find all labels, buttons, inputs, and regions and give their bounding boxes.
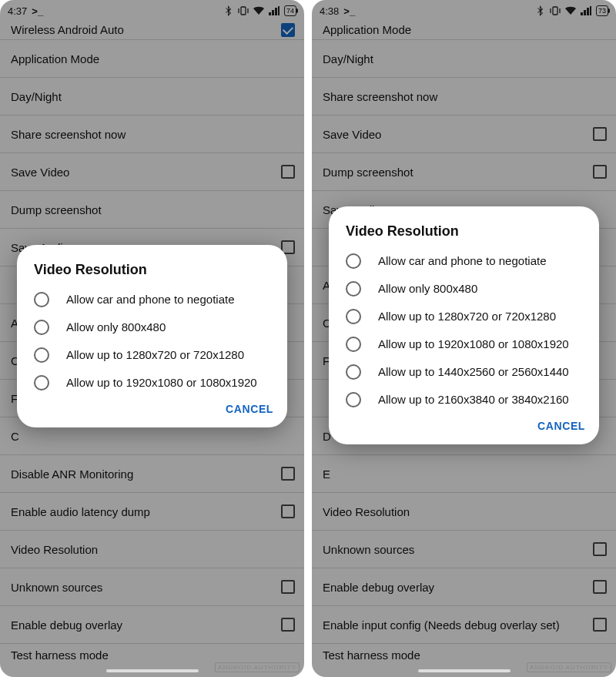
radio-icon xyxy=(34,375,49,390)
option-label: Allow up to 1280x720 or 720x1280 xyxy=(66,348,244,363)
option-label: Allow only 800x480 xyxy=(66,320,166,335)
option-label: Allow only 800x480 xyxy=(378,282,477,297)
settings-row[interactable]: Save Video xyxy=(312,116,616,153)
battery-icon: 74 xyxy=(284,5,296,16)
bluetooth-icon xyxy=(226,5,233,16)
resolution-option[interactable]: Allow car and phone to negotiate xyxy=(17,286,287,313)
row-label: Video Resolution xyxy=(323,505,410,518)
wifi-icon xyxy=(565,6,576,15)
status-prompt-icon: >_ xyxy=(32,5,43,17)
settings-row[interactable]: Unknown sources xyxy=(0,568,304,606)
status-time: 4:37 xyxy=(8,5,27,17)
row-label: Enable audio latency dump xyxy=(11,505,150,518)
settings-row[interactable]: Day/Night xyxy=(0,78,304,116)
settings-row[interactable]: Save Video xyxy=(0,153,304,191)
phone-left: 4:37 >_ 74 Wireless Android AutoApplicat… xyxy=(0,0,304,677)
settings-row[interactable]: Video Resolution xyxy=(0,531,304,568)
row-label: Test harness mode xyxy=(11,649,109,662)
status-bar: 4:38 >_ 73 xyxy=(312,0,616,22)
row-label: Unknown sources xyxy=(323,543,414,556)
radio-icon xyxy=(34,320,49,335)
row-label: Day/Night xyxy=(323,52,373,65)
settings-row[interactable]: Dump screenshot xyxy=(0,191,304,229)
option-label: Allow car and phone to negotiate xyxy=(66,293,235,307)
checkbox[interactable] xyxy=(281,23,295,37)
row-label: Dump screenshot xyxy=(323,166,413,179)
vibrate-icon xyxy=(550,6,561,15)
row-label: Application Mode xyxy=(11,52,99,65)
radio-icon xyxy=(346,281,361,297)
settings-row[interactable]: Wireless Android Auto xyxy=(0,22,304,40)
signal-icon xyxy=(581,6,591,15)
battery-icon: 73 xyxy=(596,5,608,16)
settings-row[interactable]: Enable audio latency dump xyxy=(0,493,304,531)
vibrate-icon xyxy=(238,6,249,15)
settings-row[interactable]: Disable ANR Monitoring xyxy=(0,455,304,493)
row-label: E xyxy=(323,468,330,481)
video-resolution-dialog: Video Resolution Allow car and phone to … xyxy=(329,206,599,444)
settings-row[interactable]: Dump screenshot xyxy=(312,153,616,191)
video-resolution-dialog: Video Resolution Allow car and phone to … xyxy=(17,245,287,427)
option-label: Allow up to 1280x720 or 720x1280 xyxy=(378,310,556,324)
row-label: Dump screenshot xyxy=(11,203,102,216)
radio-icon xyxy=(346,253,361,269)
svg-rect-0 xyxy=(241,7,246,15)
checkbox[interactable] xyxy=(281,504,295,518)
settings-row[interactable]: E xyxy=(312,455,616,493)
resolution-option[interactable]: Allow up to 1280x720 or 720x1280 xyxy=(329,303,599,330)
wifi-icon xyxy=(253,6,264,15)
row-label: Share screenshot now xyxy=(11,128,126,141)
option-label: Allow up to 2160x3840 or 3840x2160 xyxy=(378,393,569,407)
resolution-option[interactable]: Allow car and phone to negotiate xyxy=(329,247,599,275)
settings-row[interactable]: Video Resolution xyxy=(312,493,616,531)
resolution-option[interactable]: Allow up to 1280x720 or 720x1280 xyxy=(17,341,287,369)
settings-row[interactable]: Enable debug overlay xyxy=(312,568,616,606)
row-label: Enable debug overlay xyxy=(323,581,434,594)
status-time: 4:38 xyxy=(320,5,339,17)
nav-handle[interactable] xyxy=(106,669,199,672)
settings-row[interactable]: Share screenshot now xyxy=(312,78,616,116)
settings-row[interactable]: Enable input config (Needs debug overlay… xyxy=(312,606,616,644)
settings-row[interactable]: Unknown sources xyxy=(312,531,616,568)
row-label: Disable ANR Monitoring xyxy=(11,468,133,481)
watermark: ANDROID AUTHORITY xyxy=(215,662,300,672)
row-label: Video Resolution xyxy=(11,543,98,556)
row-label: Application Mode xyxy=(323,23,411,36)
checkbox[interactable] xyxy=(593,542,607,556)
watermark: ANDROID AUTHORITY xyxy=(527,662,611,672)
settings-row[interactable]: Application Mode xyxy=(0,40,304,78)
option-label: Allow up to 1440x2560 or 2560x1440 xyxy=(378,365,569,380)
row-label: Share screenshot now xyxy=(323,90,437,103)
settings-row[interactable]: Enable debug overlay xyxy=(0,606,304,644)
checkbox[interactable] xyxy=(281,165,295,179)
checkbox[interactable] xyxy=(281,580,295,594)
bluetooth-icon xyxy=(537,5,545,16)
checkbox[interactable] xyxy=(593,127,607,141)
settings-row[interactable]: Application Mode xyxy=(312,22,616,40)
radio-icon xyxy=(346,392,361,407)
status-bar: 4:37 >_ 74 xyxy=(0,0,304,22)
resolution-option[interactable]: Allow up to 1440x2560 or 2560x1440 xyxy=(329,358,599,386)
cancel-button[interactable]: CANCEL xyxy=(537,420,585,432)
resolution-option[interactable]: Allow only 800x480 xyxy=(329,275,599,303)
row-label: Day/Night xyxy=(11,90,62,103)
checkbox[interactable] xyxy=(593,618,607,632)
resolution-option[interactable]: Allow only 800x480 xyxy=(17,313,287,341)
settings-row[interactable]: Day/Night xyxy=(312,40,616,78)
checkbox[interactable] xyxy=(281,467,295,481)
resolution-option[interactable]: Allow up to 1920x1080 or 1080x1920 xyxy=(17,369,287,397)
nav-handle[interactable] xyxy=(418,669,511,672)
signal-icon xyxy=(269,6,280,15)
row-label: Save Video xyxy=(323,128,381,141)
resolution-option[interactable]: Allow up to 2160x3840 or 3840x2160 xyxy=(329,386,599,414)
settings-row[interactable]: Share screenshot now xyxy=(0,116,304,153)
cancel-button[interactable]: CANCEL xyxy=(226,403,273,415)
row-label: Wireless Android Auto xyxy=(11,23,124,36)
checkbox[interactable] xyxy=(593,165,607,179)
checkbox[interactable] xyxy=(281,618,295,632)
status-prompt-icon: >_ xyxy=(343,5,355,17)
checkbox[interactable] xyxy=(593,580,607,594)
radio-icon xyxy=(346,337,361,352)
radio-icon xyxy=(346,364,361,380)
resolution-option[interactable]: Allow up to 1920x1080 or 1080x1920 xyxy=(329,330,599,358)
